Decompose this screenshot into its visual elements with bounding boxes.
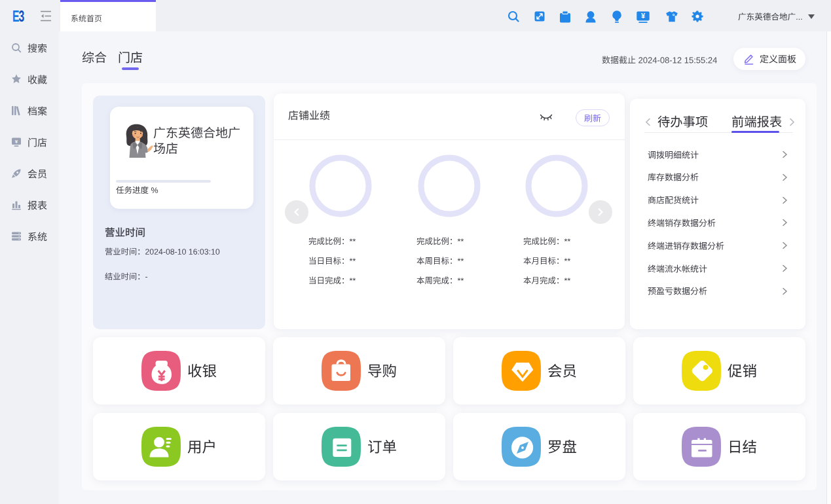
svg-text:¥: ¥ (640, 12, 645, 20)
svg-text:¥: ¥ (15, 139, 18, 145)
